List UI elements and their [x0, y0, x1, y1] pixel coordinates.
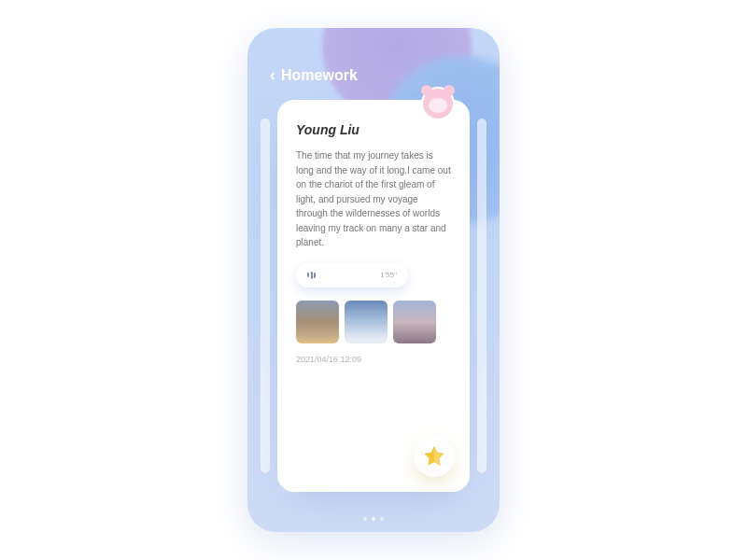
audio-player[interactable]: 1'55'': [296, 263, 408, 287]
thumbnail-image[interactable]: [345, 301, 388, 343]
prev-card-peek[interactable]: [261, 119, 270, 473]
avatar: [419, 85, 457, 122]
homework-text: The time that my journey takes is long a…: [296, 148, 451, 250]
image-thumbnails: [296, 301, 451, 343]
thumbnail-image[interactable]: [296, 301, 339, 343]
back-chevron-icon[interactable]: ‹: [270, 65, 275, 85]
author-name: Young Liu: [296, 122, 451, 137]
card-carousel[interactable]: Young Liu The time that my journey takes…: [247, 100, 500, 492]
pagination-dots: [363, 517, 384, 521]
audio-duration: 1'55'': [380, 271, 397, 279]
thumbnail-image[interactable]: [393, 301, 436, 343]
pagination-dot-active[interactable]: [372, 517, 375, 521]
header: ‹ Homework: [247, 28, 500, 100]
next-card-peek[interactable]: [477, 119, 486, 473]
mascot-icon: [421, 87, 455, 120]
homework-card: Young Liu The time that my journey takes…: [277, 100, 470, 492]
sound-wave-icon: [307, 272, 316, 279]
page-title[interactable]: Homework: [281, 67, 358, 84]
timestamp: 2021/04/16 12:09: [296, 355, 451, 364]
star-button[interactable]: [414, 436, 455, 477]
phone-screen: ‹ Homework Young Liu The time that my jo…: [247, 28, 500, 532]
pagination-dot[interactable]: [363, 517, 367, 521]
star-icon: [421, 443, 447, 469]
pagination-dot[interactable]: [380, 517, 384, 521]
